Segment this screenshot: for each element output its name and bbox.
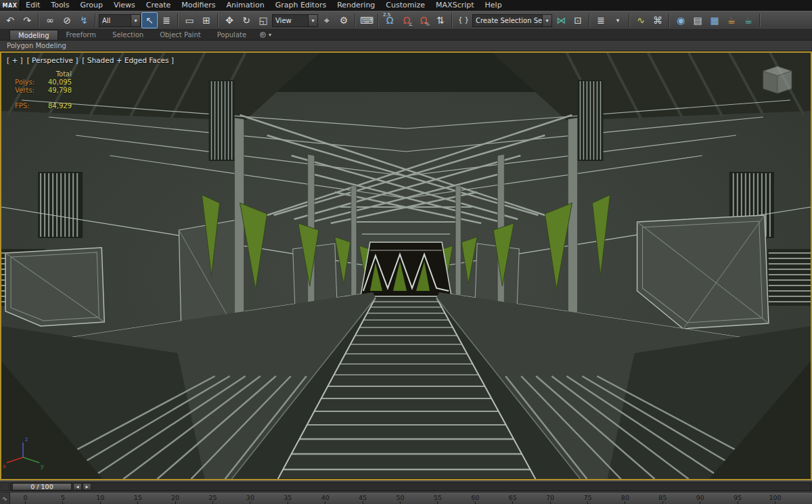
time-slider-bar: 0 / 100 ◂ ▸ bbox=[0, 480, 812, 492]
menu-graph-editors[interactable]: Graph Editors bbox=[270, 0, 332, 11]
snaps-toggle-icon[interactable]: 2.5 Ω bbox=[382, 12, 398, 28]
select-and-scale-icon[interactable]: ◱ bbox=[255, 12, 271, 28]
keyboard-override-icon[interactable]: ⌨ bbox=[359, 12, 375, 28]
axis-z-label: z bbox=[25, 436, 28, 442]
axis-y-label: y bbox=[41, 463, 44, 469]
reference-coordinate-dropdown[interactable]: View ▾ bbox=[272, 14, 318, 27]
trackbar-tick-65: 65 bbox=[509, 494, 517, 504]
menu-maxscript[interactable]: MAXScript bbox=[430, 0, 479, 11]
menu-group[interactable]: Group bbox=[74, 0, 108, 11]
layer-manager-icon[interactable]: ≣ bbox=[593, 12, 609, 28]
percent-snap-icon[interactable]: Ω % bbox=[415, 12, 432, 28]
menu-help[interactable]: Help bbox=[480, 0, 508, 11]
menu-tools[interactable]: Tools bbox=[45, 0, 74, 11]
menu-views[interactable]: Views bbox=[108, 0, 141, 11]
trackbar-tick-45: 45 bbox=[359, 494, 367, 504]
ribbon-config: ▾ bbox=[260, 30, 271, 40]
redo-icon[interactable]: ↷ bbox=[19, 12, 35, 28]
trackbar-tick-90: 90 bbox=[696, 494, 704, 504]
select-object-button[interactable]: ↖ bbox=[141, 12, 158, 28]
select-and-link-icon[interactable]: ∞ bbox=[42, 12, 58, 28]
unlink-selection-icon[interactable]: ⊘ bbox=[59, 12, 75, 28]
menu-bar: MAX EditToolsGroupViewsCreateModifiersAn… bbox=[0, 0, 812, 11]
trackbar-tick-15: 15 bbox=[134, 494, 142, 504]
trackbar-tick-5: 5 bbox=[61, 494, 65, 504]
named-selection-sets-dropdown[interactable]: Create Selection Se ▾ bbox=[472, 14, 552, 27]
menu-create[interactable]: Create bbox=[141, 0, 177, 11]
curve-editor-icon[interactable]: ∿ bbox=[633, 12, 649, 28]
undo-icon[interactable]: ↶ bbox=[2, 12, 18, 28]
select-and-manipulate-icon[interactable]: ⚙ bbox=[336, 12, 352, 28]
bind-to-space-warp-icon[interactable]: ↯ bbox=[76, 12, 92, 28]
time-slider-track[interactable]: 0 / 100 ◂ ▸ bbox=[10, 482, 811, 491]
time-slider-handle[interactable]: 0 / 100 bbox=[12, 483, 72, 490]
schematic-view-icon[interactable]: ⌘ bbox=[650, 12, 666, 28]
material-editor-icon[interactable]: ◉ bbox=[673, 12, 689, 28]
track-bar-ruler[interactable]: 0510152025303540455055606570758085909510… bbox=[10, 492, 812, 504]
viewport-general-menu[interactable]: [ + ] bbox=[7, 56, 23, 64]
perspective-viewport[interactable]: x y z [ + ] [ Perspective ] [ Shaded + E… bbox=[0, 51, 812, 480]
trackbar-tick-95: 95 bbox=[734, 494, 742, 504]
next-frame-icon[interactable]: ▸ bbox=[83, 483, 91, 490]
menu-rendering[interactable]: Rendering bbox=[332, 0, 380, 11]
ribbon-tab-populate[interactable]: Populate bbox=[209, 30, 254, 40]
render-setup-icon[interactable]: ▤ bbox=[690, 12, 706, 28]
viewport-label: [ + ] [ Perspective ] [ Shaded + Edged F… bbox=[7, 56, 174, 64]
align-icon[interactable]: ⊡ bbox=[570, 12, 586, 28]
viewport-3d-scene[interactable]: x y z bbox=[1, 53, 811, 479]
viewport-shading-menu[interactable]: [ Shaded + Edged Faces ] bbox=[82, 56, 174, 64]
chevron-down-icon[interactable]: ▾ bbox=[308, 15, 317, 26]
window-crossing-icon[interactable]: ⊞ bbox=[198, 12, 215, 28]
ribbon-toggle-icon[interactable]: ▾ bbox=[610, 12, 626, 28]
menu-customize[interactable]: Customize bbox=[380, 0, 430, 11]
ribbon-tab-modeling[interactable]: Modeling bbox=[9, 30, 58, 40]
stats-polys-value: 40,095 bbox=[39, 78, 72, 87]
select-and-rotate-icon[interactable]: ↻ bbox=[238, 12, 254, 28]
selection-filter-dropdown[interactable]: All ▾ bbox=[99, 14, 141, 27]
mini-curve-editor-icon[interactable]: ∿ bbox=[0, 492, 10, 504]
trackbar-tick-30: 30 bbox=[246, 494, 254, 504]
render-production-icon[interactable]: ☕ bbox=[723, 12, 740, 28]
chevron-down-icon[interactable]: ▾ bbox=[542, 15, 551, 26]
trackbar-tick-85: 85 bbox=[658, 494, 667, 504]
ribbon-minimize-icon[interactable]: ▾ bbox=[269, 32, 271, 38]
stats-polys-label: Polys: bbox=[15, 78, 39, 87]
ribbon-tab-selection[interactable]: Selection bbox=[104, 30, 152, 40]
trackbar-tick-10: 10 bbox=[96, 494, 104, 504]
toolbar-separator bbox=[378, 14, 379, 27]
ribbon-panel-title: Polygon Modeling bbox=[7, 42, 66, 49]
application-button[interactable]: MAX bbox=[0, 0, 20, 11]
time-slider-grip[interactable] bbox=[1, 482, 9, 491]
ribbon-tab-freeform[interactable]: Freeform bbox=[58, 30, 105, 40]
trackbar-tick-100: 100 bbox=[769, 494, 781, 504]
ribbon-panel-bar[interactable]: Polygon Modeling bbox=[0, 41, 812, 51]
ribbon-tab-object-paint[interactable]: Object Paint bbox=[152, 30, 209, 40]
previous-frame-icon[interactable]: ◂ bbox=[73, 483, 82, 490]
stats-fps-label: FPS: bbox=[15, 102, 39, 110]
trackbar-tick-35: 35 bbox=[284, 494, 292, 504]
spinner-snap-icon[interactable]: ⇅ bbox=[432, 12, 449, 28]
angle-snap-icon[interactable]: Ω ∠ bbox=[399, 12, 415, 28]
rectangular-selection-region-icon[interactable]: ▭ bbox=[181, 12, 198, 28]
selection-filter-value: All bbox=[99, 15, 131, 26]
menu-animation[interactable]: Animation bbox=[221, 0, 270, 11]
menu-edit[interactable]: Edit bbox=[20, 0, 45, 11]
toolbar-separator bbox=[589, 14, 590, 27]
edit-named-selection-sets-icon[interactable]: { } bbox=[455, 12, 472, 28]
select-by-name-icon[interactable]: ≣ bbox=[158, 12, 175, 28]
menu-modifiers[interactable]: Modifiers bbox=[176, 0, 221, 11]
mirror-icon[interactable]: ⋈ bbox=[553, 12, 569, 28]
stats-verts-value: 49,798 bbox=[39, 87, 72, 95]
chevron-down-icon[interactable]: ▾ bbox=[131, 15, 140, 26]
stats-verts-label: Verts: bbox=[15, 87, 39, 95]
stats-fps-value: 84,929 bbox=[39, 102, 72, 110]
menubar-items: EditToolsGroupViewsCreateModifiersAnimat… bbox=[20, 0, 508, 11]
use-pivot-center-icon[interactable]: ⌖ bbox=[319, 12, 335, 28]
rendered-frame-window-icon[interactable]: ▦ bbox=[706, 12, 723, 28]
stats-total-header: Total bbox=[39, 70, 72, 78]
select-and-move-icon[interactable]: ✥ bbox=[221, 12, 238, 28]
ribbon-config-button[interactable] bbox=[260, 32, 266, 38]
snaps-mode-label: 2.5 bbox=[383, 13, 390, 18]
viewport-pov-menu[interactable]: [ Perspective ] bbox=[27, 56, 78, 64]
render-iterative-icon[interactable]: ☕ bbox=[740, 12, 757, 28]
